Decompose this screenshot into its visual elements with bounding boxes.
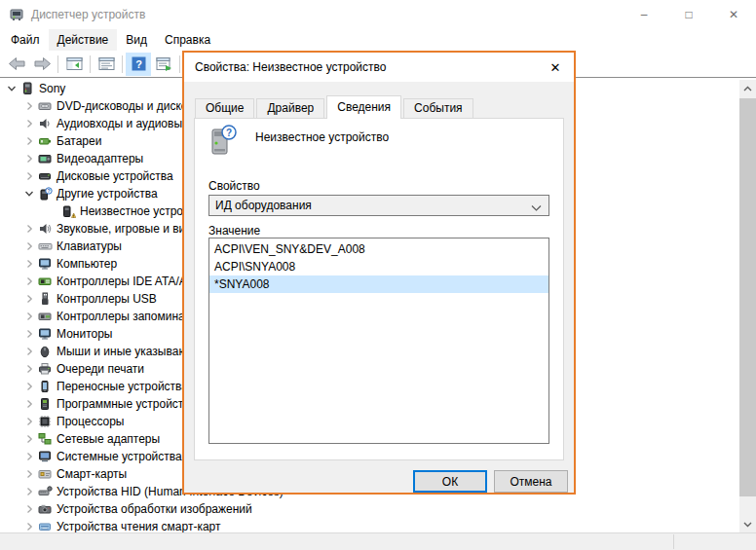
- menu-view[interactable]: Вид: [117, 29, 156, 51]
- disk-drive-icon: [37, 168, 53, 184]
- toolbar-separator: [57, 55, 58, 73]
- toolbar-separator: [179, 55, 180, 73]
- chevron-right-icon[interactable]: [21, 151, 37, 166]
- chevron-right-icon[interactable]: [21, 431, 37, 447]
- chevron-right-icon[interactable]: [21, 344, 37, 359]
- chevron-down-icon[interactable]: [21, 186, 37, 202]
- imaging-device-icon: [37, 501, 53, 517]
- tree-item-label: Видеоадаптеры: [57, 152, 143, 165]
- chevron-right-icon[interactable]: [21, 116, 37, 131]
- chevron-right-icon[interactable]: [21, 221, 37, 237]
- chevron-down-icon[interactable]: [4, 81, 19, 96]
- chevron-right-icon[interactable]: [21, 256, 37, 272]
- chevron-right-icon[interactable]: [21, 238, 37, 254]
- toolbar-separator: [90, 55, 91, 73]
- tab-general[interactable]: Общие: [195, 98, 254, 118]
- storage-controller-icon: [37, 309, 53, 324]
- tree-item-label: Клавиатуры: [57, 239, 122, 253]
- smartcard-reader-icon: [37, 519, 53, 532]
- ok-button[interactable]: ОК: [413, 470, 487, 493]
- svg-text:?: ?: [135, 58, 142, 70]
- hardware-id-row[interactable]: ACPI\SNYA008: [209, 258, 548, 275]
- chevron-right-icon[interactable]: [21, 379, 37, 394]
- chevron-right-icon[interactable]: [21, 519, 37, 532]
- tree-item-label: Компьютер: [57, 257, 117, 271]
- maximize-button[interactable]: □: [666, 0, 711, 29]
- processor-icon: [37, 414, 53, 429]
- scroll-down-icon[interactable]: [739, 516, 756, 532]
- details-tab-page: ? Неизвестное устройство Свойство ИД обо…: [194, 118, 564, 460]
- close-button[interactable]: ✕: [711, 0, 756, 29]
- property-label: Свойство: [208, 179, 260, 193]
- back-icon[interactable]: [4, 53, 29, 76]
- scrollbar-thumb[interactable]: [739, 98, 756, 496]
- svg-text:?: ?: [226, 128, 232, 138]
- monitor-icon: [37, 326, 53, 342]
- chevron-right-icon[interactable]: [21, 396, 37, 412]
- chevron-right-icon[interactable]: [21, 414, 37, 429]
- chevron-right-icon[interactable]: [21, 449, 37, 464]
- dialog-titlebar: Свойства: Неизвестное устройство ✕: [184, 53, 574, 82]
- portable-device-icon: [37, 379, 53, 394]
- help-icon[interactable]: ?: [126, 53, 151, 76]
- tree-item-label: Системные устройства: [57, 450, 182, 463]
- tab-driver[interactable]: Драйвер: [256, 98, 324, 118]
- vertical-scrollbar[interactable]: [739, 80, 756, 532]
- tree-item-label: Мониторы: [57, 327, 112, 341]
- scroll-up-icon[interactable]: [739, 80, 756, 96]
- chevron-right-icon[interactable]: [21, 326, 37, 342]
- chevron-right-icon[interactable]: [21, 291, 37, 307]
- chevron-right-icon[interactable]: [21, 484, 37, 499]
- toolbar-separator: [122, 55, 123, 73]
- smart-card-icon: [37, 466, 53, 482]
- tab-details[interactable]: Сведения: [326, 95, 401, 119]
- chevron-right-icon[interactable]: [21, 361, 37, 377]
- tree-item-label: Переносные устройства: [57, 380, 188, 393]
- minimize-button[interactable]: –: [622, 0, 666, 29]
- tree-item[interactable]: Устройства чтения смарт-карт: [0, 518, 739, 532]
- menu-file[interactable]: Файл: [2, 29, 49, 51]
- chevron-right-icon[interactable]: [21, 309, 37, 324]
- properties-icon[interactable]: [94, 53, 119, 76]
- hid-device-icon: [37, 484, 53, 499]
- tree-item-label: Очереди печати: [57, 362, 144, 376]
- tree-item-label: Программные устройства: [57, 397, 196, 411]
- menu-action[interactable]: Действие: [49, 29, 118, 51]
- tree-item-label: Смарт-карты: [57, 467, 127, 481]
- export-list-icon[interactable]: [151, 53, 176, 76]
- chevron-right-icon[interactable]: [21, 274, 37, 289]
- battery-icon: [37, 133, 53, 149]
- system-device-icon: [37, 449, 53, 464]
- dialog-close-icon[interactable]: ✕: [543, 55, 568, 79]
- forward-icon[interactable]: [29, 53, 55, 76]
- chevron-right-icon[interactable]: [21, 466, 37, 482]
- device-name: Неизвестное устройство: [255, 130, 389, 144]
- tree-item-label: Процессоры: [57, 415, 125, 428]
- tree-item-label: Дисковые устройства: [57, 169, 173, 183]
- tab-events[interactable]: События: [403, 98, 473, 118]
- device-manager-icon: [9, 7, 24, 22]
- hardware-id-list[interactable]: ACPI\VEN_SNY&DEV_A008ACPI\SNYA008*SNYA00…: [208, 238, 549, 444]
- value-label: Значение: [208, 224, 260, 238]
- dvd-drive-icon: [37, 98, 53, 114]
- show-console-tree-icon[interactable]: [61, 53, 87, 76]
- chevron-right-icon[interactable]: [21, 501, 37, 517]
- chevron-right-icon[interactable]: [21, 133, 37, 149]
- cancel-button[interactable]: Отмена: [494, 470, 568, 493]
- chevron-right-icon[interactable]: [21, 168, 37, 184]
- tree-item[interactable]: Устройства обработки изображений: [0, 500, 739, 518]
- menu-help[interactable]: Справка: [156, 29, 219, 51]
- chevron-right-icon[interactable]: [21, 98, 37, 114]
- tree-item-label: Устройства чтения смарт-карт: [57, 520, 220, 532]
- property-select[interactable]: ИД оборудования: [208, 195, 549, 216]
- audio-icon: [37, 116, 53, 131]
- tree-item-label: Устройства обработки изображений: [57, 502, 252, 516]
- hardware-id-row[interactable]: ACPI\VEN_SNY&DEV_A008: [209, 240, 548, 258]
- unknown-device-warning-icon: [60, 203, 76, 219]
- tree-item-label: Сетевые адаптеры: [57, 432, 160, 446]
- tree-item-label: Sony: [39, 82, 65, 95]
- sound-icon: [37, 221, 53, 237]
- tree-item-label: Контроллеры USB: [57, 292, 157, 306]
- hardware-id-row[interactable]: *SNYA008: [209, 275, 548, 293]
- monitor-icon: [37, 256, 53, 272]
